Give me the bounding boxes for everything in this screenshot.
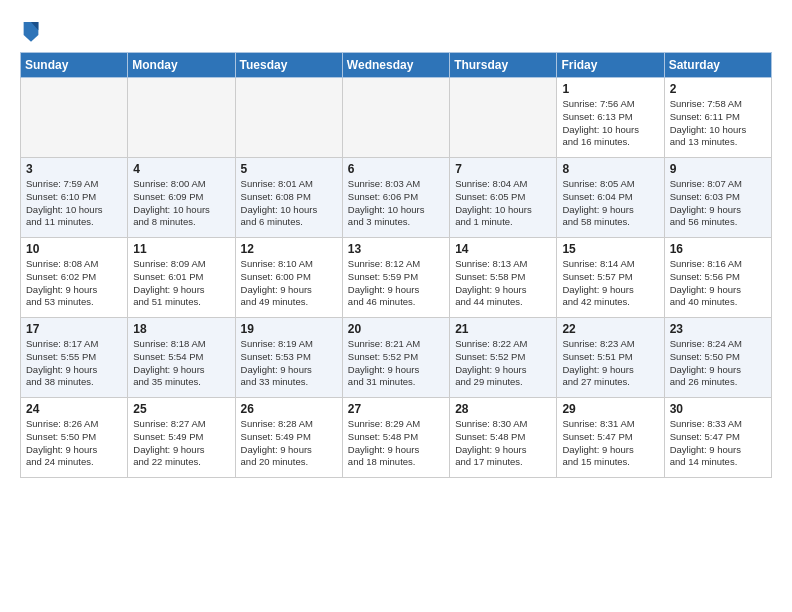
day-info: Sunrise: 8:30 AM Sunset: 5:48 PM Dayligh… — [455, 418, 551, 469]
week-row-3: 10Sunrise: 8:08 AM Sunset: 6:02 PM Dayli… — [21, 238, 772, 318]
logo-icon — [22, 20, 40, 42]
calendar-cell: 26Sunrise: 8:28 AM Sunset: 5:49 PM Dayli… — [235, 398, 342, 478]
week-row-4: 17Sunrise: 8:17 AM Sunset: 5:55 PM Dayli… — [21, 318, 772, 398]
day-info: Sunrise: 8:24 AM Sunset: 5:50 PM Dayligh… — [670, 338, 766, 389]
week-row-5: 24Sunrise: 8:26 AM Sunset: 5:50 PM Dayli… — [21, 398, 772, 478]
day-info: Sunrise: 8:29 AM Sunset: 5:48 PM Dayligh… — [348, 418, 444, 469]
day-info: Sunrise: 8:12 AM Sunset: 5:59 PM Dayligh… — [348, 258, 444, 309]
day-number: 3 — [26, 162, 122, 176]
calendar-cell: 21Sunrise: 8:22 AM Sunset: 5:52 PM Dayli… — [450, 318, 557, 398]
logo — [20, 22, 40, 42]
day-number: 7 — [455, 162, 551, 176]
calendar-cell — [235, 78, 342, 158]
day-info: Sunrise: 8:18 AM Sunset: 5:54 PM Dayligh… — [133, 338, 229, 389]
calendar-cell: 1Sunrise: 7:56 AM Sunset: 6:13 PM Daylig… — [557, 78, 664, 158]
weekday-header-friday: Friday — [557, 53, 664, 78]
day-number: 12 — [241, 242, 337, 256]
day-info: Sunrise: 8:17 AM Sunset: 5:55 PM Dayligh… — [26, 338, 122, 389]
calendar-cell: 7Sunrise: 8:04 AM Sunset: 6:05 PM Daylig… — [450, 158, 557, 238]
calendar-cell — [128, 78, 235, 158]
page: SundayMondayTuesdayWednesdayThursdayFrid… — [0, 0, 792, 496]
week-row-2: 3Sunrise: 7:59 AM Sunset: 6:10 PM Daylig… — [21, 158, 772, 238]
calendar-cell: 8Sunrise: 8:05 AM Sunset: 6:04 PM Daylig… — [557, 158, 664, 238]
calendar-cell: 4Sunrise: 8:00 AM Sunset: 6:09 PM Daylig… — [128, 158, 235, 238]
day-number: 29 — [562, 402, 658, 416]
day-number: 5 — [241, 162, 337, 176]
calendar-cell: 25Sunrise: 8:27 AM Sunset: 5:49 PM Dayli… — [128, 398, 235, 478]
day-number: 18 — [133, 322, 229, 336]
weekday-header-tuesday: Tuesday — [235, 53, 342, 78]
day-info: Sunrise: 8:23 AM Sunset: 5:51 PM Dayligh… — [562, 338, 658, 389]
calendar: SundayMondayTuesdayWednesdayThursdayFrid… — [20, 52, 772, 478]
day-number: 28 — [455, 402, 551, 416]
weekday-header-monday: Monday — [128, 53, 235, 78]
calendar-cell: 15Sunrise: 8:14 AM Sunset: 5:57 PM Dayli… — [557, 238, 664, 318]
day-number: 30 — [670, 402, 766, 416]
day-number: 22 — [562, 322, 658, 336]
day-info: Sunrise: 8:13 AM Sunset: 5:58 PM Dayligh… — [455, 258, 551, 309]
calendar-cell — [342, 78, 449, 158]
day-number: 1 — [562, 82, 658, 96]
day-info: Sunrise: 8:14 AM Sunset: 5:57 PM Dayligh… — [562, 258, 658, 309]
calendar-cell: 27Sunrise: 8:29 AM Sunset: 5:48 PM Dayli… — [342, 398, 449, 478]
day-number: 10 — [26, 242, 122, 256]
day-number: 17 — [26, 322, 122, 336]
calendar-cell: 3Sunrise: 7:59 AM Sunset: 6:10 PM Daylig… — [21, 158, 128, 238]
day-info: Sunrise: 8:07 AM Sunset: 6:03 PM Dayligh… — [670, 178, 766, 229]
weekday-header-saturday: Saturday — [664, 53, 771, 78]
calendar-cell: 18Sunrise: 8:18 AM Sunset: 5:54 PM Dayli… — [128, 318, 235, 398]
day-info: Sunrise: 8:04 AM Sunset: 6:05 PM Dayligh… — [455, 178, 551, 229]
day-number: 13 — [348, 242, 444, 256]
week-row-1: 1Sunrise: 7:56 AM Sunset: 6:13 PM Daylig… — [21, 78, 772, 158]
calendar-cell: 19Sunrise: 8:19 AM Sunset: 5:53 PM Dayli… — [235, 318, 342, 398]
day-number: 24 — [26, 402, 122, 416]
day-info: Sunrise: 8:27 AM Sunset: 5:49 PM Dayligh… — [133, 418, 229, 469]
day-number: 6 — [348, 162, 444, 176]
day-info: Sunrise: 8:09 AM Sunset: 6:01 PM Dayligh… — [133, 258, 229, 309]
weekday-header-thursday: Thursday — [450, 53, 557, 78]
calendar-cell — [450, 78, 557, 158]
calendar-cell: 11Sunrise: 8:09 AM Sunset: 6:01 PM Dayli… — [128, 238, 235, 318]
day-info: Sunrise: 7:58 AM Sunset: 6:11 PM Dayligh… — [670, 98, 766, 149]
calendar-cell: 12Sunrise: 8:10 AM Sunset: 6:00 PM Dayli… — [235, 238, 342, 318]
header — [20, 18, 772, 42]
day-info: Sunrise: 8:31 AM Sunset: 5:47 PM Dayligh… — [562, 418, 658, 469]
day-number: 27 — [348, 402, 444, 416]
day-number: 26 — [241, 402, 337, 416]
weekday-header-wednesday: Wednesday — [342, 53, 449, 78]
day-number: 15 — [562, 242, 658, 256]
day-info: Sunrise: 8:16 AM Sunset: 5:56 PM Dayligh… — [670, 258, 766, 309]
day-number: 23 — [670, 322, 766, 336]
calendar-cell: 2Sunrise: 7:58 AM Sunset: 6:11 PM Daylig… — [664, 78, 771, 158]
day-info: Sunrise: 8:22 AM Sunset: 5:52 PM Dayligh… — [455, 338, 551, 389]
calendar-cell: 14Sunrise: 8:13 AM Sunset: 5:58 PM Dayli… — [450, 238, 557, 318]
day-info: Sunrise: 8:28 AM Sunset: 5:49 PM Dayligh… — [241, 418, 337, 469]
day-info: Sunrise: 8:21 AM Sunset: 5:52 PM Dayligh… — [348, 338, 444, 389]
day-number: 9 — [670, 162, 766, 176]
day-info: Sunrise: 8:26 AM Sunset: 5:50 PM Dayligh… — [26, 418, 122, 469]
calendar-cell: 23Sunrise: 8:24 AM Sunset: 5:50 PM Dayli… — [664, 318, 771, 398]
calendar-cell: 20Sunrise: 8:21 AM Sunset: 5:52 PM Dayli… — [342, 318, 449, 398]
weekday-header-row: SundayMondayTuesdayWednesdayThursdayFrid… — [21, 53, 772, 78]
day-info: Sunrise: 8:19 AM Sunset: 5:53 PM Dayligh… — [241, 338, 337, 389]
calendar-cell: 5Sunrise: 8:01 AM Sunset: 6:08 PM Daylig… — [235, 158, 342, 238]
day-info: Sunrise: 8:05 AM Sunset: 6:04 PM Dayligh… — [562, 178, 658, 229]
day-info: Sunrise: 8:33 AM Sunset: 5:47 PM Dayligh… — [670, 418, 766, 469]
day-number: 16 — [670, 242, 766, 256]
day-info: Sunrise: 8:10 AM Sunset: 6:00 PM Dayligh… — [241, 258, 337, 309]
calendar-cell: 30Sunrise: 8:33 AM Sunset: 5:47 PM Dayli… — [664, 398, 771, 478]
calendar-cell: 22Sunrise: 8:23 AM Sunset: 5:51 PM Dayli… — [557, 318, 664, 398]
day-number: 14 — [455, 242, 551, 256]
weekday-header-sunday: Sunday — [21, 53, 128, 78]
day-info: Sunrise: 7:59 AM Sunset: 6:10 PM Dayligh… — [26, 178, 122, 229]
day-info: Sunrise: 8:03 AM Sunset: 6:06 PM Dayligh… — [348, 178, 444, 229]
day-number: 19 — [241, 322, 337, 336]
calendar-cell — [21, 78, 128, 158]
calendar-cell: 29Sunrise: 8:31 AM Sunset: 5:47 PM Dayli… — [557, 398, 664, 478]
calendar-cell: 13Sunrise: 8:12 AM Sunset: 5:59 PM Dayli… — [342, 238, 449, 318]
day-info: Sunrise: 8:00 AM Sunset: 6:09 PM Dayligh… — [133, 178, 229, 229]
day-info: Sunrise: 7:56 AM Sunset: 6:13 PM Dayligh… — [562, 98, 658, 149]
day-info: Sunrise: 8:01 AM Sunset: 6:08 PM Dayligh… — [241, 178, 337, 229]
calendar-cell: 10Sunrise: 8:08 AM Sunset: 6:02 PM Dayli… — [21, 238, 128, 318]
day-number: 11 — [133, 242, 229, 256]
